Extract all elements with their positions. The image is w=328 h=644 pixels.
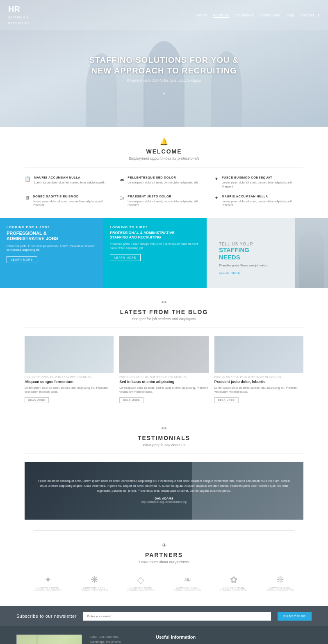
feature-2-icon: ☁ [119, 176, 124, 189]
cta-row: LOOKING FOR A JOB? PROFESSIONAL & ADMINI… [0, 218, 328, 288]
feature-3: ✦ FUSCE EUISMOD CONSEQUAT Lorem ipsum do… [214, 176, 303, 189]
welcome-icon: 🔔 [25, 138, 303, 146]
partner-5-name: COMPANY NAME [220, 587, 247, 589]
feature-6-icon: ✦ [214, 195, 219, 208]
partner-2-icon: ❋ [81, 575, 108, 585]
feature-2: ☁ PELLENTESQUE SED DOLOR Lorem ipsum dol… [119, 176, 208, 189]
newsletter-email-input[interactable] [83, 612, 271, 621]
nav-contact[interactable]: Contact us [300, 13, 320, 17]
partner-3-icon: ◇ [127, 575, 154, 585]
nav-home-link[interactable]: Home [196, 13, 207, 17]
partner-2: ❋ COMPANY NAME COMPANY DESCRIPTION [81, 575, 108, 591]
cta-staffing-box: TELL US YOUR STAFFING NEEDS Phasellus po… [207, 218, 328, 288]
newsletter-subscribe-button[interactable]: SUBSCRIBE [278, 612, 312, 621]
blog-content: ✏ LATEST FROM THE BLOG Hot spot for job … [0, 288, 328, 414]
partners-logos: ✦ COMPANY NAME COMPANY DESCRIPTION ❋ COM… [25, 571, 303, 596]
footer-info: Useful Information Fusce euismod consequ… [156, 635, 312, 644]
feature-1-desc: Lorem ipsum dolor sit amet, consec-tetur… [34, 181, 105, 185]
cta-hire-box: LOOKING TO HIRE? PROFESSIONAL & ADMINIST… [103, 218, 207, 288]
blog-divider [25, 328, 303, 328]
features-grid: 📋 MAURIS ACCUMSAN NULLA Lorem ipsum dolo… [25, 176, 303, 207]
cta-staffing-image [295, 218, 328, 288]
site-logo: HR STAFFING &RECRUITING [8, 4, 30, 26]
footer-info-heading: Useful Information [156, 635, 312, 639]
blog-desc-2: Lorem ipsum dolor sit amet. Sed in lacus… [119, 386, 208, 394]
cta-job-title: PROFESSIONAL & ADMINISTRATIVE JOBS [7, 231, 97, 241]
testimonial-url: http://donskillet.org, donec@demo.org [37, 500, 291, 503]
nav-links: Home About us Employers Candidates Blog … [196, 13, 320, 17]
cta-job-box: LOOKING FOR A JOB? PROFESSIONAL & ADMINI… [0, 218, 103, 288]
feature-2-desc: Lorem ipsum dolor sit amet, con-sectetur… [128, 181, 198, 185]
partners-icon: ✈ [25, 541, 303, 549]
testimonial-quote: Fusce euismod consequat ante. Lorem ipsu… [37, 479, 291, 493]
cta-staffing-link[interactable]: CLICK HERE [219, 271, 240, 274]
partner-3-desc: COMPANY DESCRIPTION [127, 589, 154, 591]
blog-meta-2: POSTED ON APRIL 10, 2015 BY ADMIN IN GEN… [119, 376, 208, 378]
newsletter-bar: Subscribe to our newsletter SUBSCRIBE [0, 606, 328, 626]
blog-img-2 [119, 336, 208, 373]
hero-text-block: STAFFING SOLUTIONS FOR YOU & NEW APPROAC… [0, 55, 328, 83]
blog-subtitle: Hot spot for job seekers and employers [25, 317, 303, 321]
feature-2-content: PELLENTESQUE SED DOLOR Lorem ipsum dolor… [128, 176, 198, 189]
nav-about-link[interactable]: About us [213, 13, 229, 18]
nav-employers[interactable]: Employers [235, 13, 254, 17]
nav-about[interactable]: About us [213, 13, 229, 17]
blog-card-3: POSTED ON APRIL 10, 2015 BY ADMIN IN GEN… [214, 336, 303, 403]
partner-1-icon: ✦ [34, 575, 61, 585]
blog-title-2[interactable]: Sed in lacus ut enim adipiscing [119, 380, 208, 384]
feature-6-title: MAURIS ACCUMSAN NULLA [222, 195, 303, 198]
feature-5-desc: Lorem ipsum dolor sit amet, con-sectetur… [128, 199, 208, 208]
testimonial-name: DAN ADAMS [37, 497, 291, 500]
nav-candidates-link[interactable]: Candidates [260, 13, 280, 17]
blog-read-more-1[interactable]: READ MORE [25, 397, 49, 403]
cta-hire-btn[interactable]: LEARN MORE [110, 254, 141, 261]
nav-employers-link[interactable]: Employers [235, 13, 254, 17]
cta-job-btn[interactable]: LEARN MORE [7, 256, 37, 263]
footer-map [16, 635, 82, 644]
hero-section: HR STAFFING &RECRUITING Home About us Em… [0, 0, 328, 127]
cta-job-desc: Phasellus porta. Fusce suscipit varius m… [7, 244, 97, 252]
blog-heading: LATEST FROM THE BLOG [25, 309, 303, 315]
blog-title-1[interactable]: Aliquam congue fermentum [25, 380, 114, 384]
feature-1: 📋 MAURIS ACCUMSAN NULLA Lorem ipsum dolo… [25, 176, 114, 189]
footer-address-line1: 1883 - 1887 Mill Road, [90, 635, 148, 639]
partner-1: ✦ COMPANY NAME COMPANY DESCRIPTION [34, 575, 61, 591]
nav-contact-link[interactable]: Contact us [300, 13, 320, 17]
partner-6-icon: ❊ [266, 575, 294, 585]
hero-arrow[interactable]: ⌄ [0, 89, 328, 96]
partner-3-name: COMPANY NAME [127, 587, 154, 589]
blog-section-icon: ✏ [25, 298, 303, 306]
partner-1-name: COMPANY NAME [34, 587, 61, 589]
footer-address: 1883 - 1887 Mill Road, Cambridge, MG09 9… [90, 635, 148, 644]
feature-3-content: FUSCE EUISMOD CONSEQUAT Lorem ipsum dolo… [222, 176, 303, 189]
testimonial-box: Fusce euismod consequat ante. Lorem ipsu… [25, 462, 303, 520]
blog-read-more-2[interactable]: READ MORE [119, 397, 144, 403]
testimonials-divider [25, 454, 303, 454]
logo-tagline: STAFFING &RECRUITING [8, 16, 30, 25]
nav-blog[interactable]: Blog [286, 13, 294, 17]
blog-meta-3: POSTED ON APRIL 10, 2015 BY ADMIN IN GEN… [214, 376, 303, 378]
feature-3-desc: Lorem ipsum dolor sit amet, consec-tetur… [222, 181, 303, 189]
footer: 1883 - 1887 Mill Road, Cambridge, MG09 9… [0, 626, 328, 644]
partner-6: ❊ COMPANY NAME COMPANY DESCRIPTION [266, 575, 294, 591]
blog-meta-1: POSTED ON APRIL 10, 2015 BY ADMIN IN GEN… [25, 376, 114, 378]
blog-desc-3: Lorem ipsum dolor sit amet, consec-tetur… [214, 386, 303, 394]
blog-img-3 [214, 336, 303, 373]
partners-heading: PARTNERS [25, 552, 303, 558]
nav-candidates[interactable]: Candidates [260, 13, 280, 17]
welcome-heading: WELCOME [25, 148, 303, 155]
partner-5-desc: COMPANY DESCRIPTION [220, 589, 247, 591]
blog-read-more-3[interactable]: READ MORE [214, 397, 239, 403]
nav-blog-link[interactable]: Blog [286, 13, 294, 17]
feature-4-icon: 🖥 [25, 195, 30, 208]
nav-home[interactable]: Home [196, 13, 207, 17]
cta-hire-title: PROFESSIONAL & ADMINISTRATIVE STAFFING A… [110, 231, 200, 240]
testimonials-icon: ✏ [25, 424, 303, 432]
feature-6-content: MAURIS ACCUMSAN NULLA Lorem ipsum dolor … [222, 195, 303, 208]
blog-title-3[interactable]: Praesent justo dolor, lobortis [214, 380, 303, 384]
partner-4: ❧ COMPANY NAME COMPANY DESCRIPTION [173, 575, 200, 591]
person-3 [144, 41, 184, 127]
feature-5: 🗂 PRAESENT JUSTO DOLOR Lorem ipsum dolor… [119, 195, 208, 208]
blog-card-2: POSTED ON APRIL 10, 2015 BY ADMIN IN GEN… [119, 336, 208, 403]
partner-4-name: COMPANY NAME [173, 587, 200, 589]
